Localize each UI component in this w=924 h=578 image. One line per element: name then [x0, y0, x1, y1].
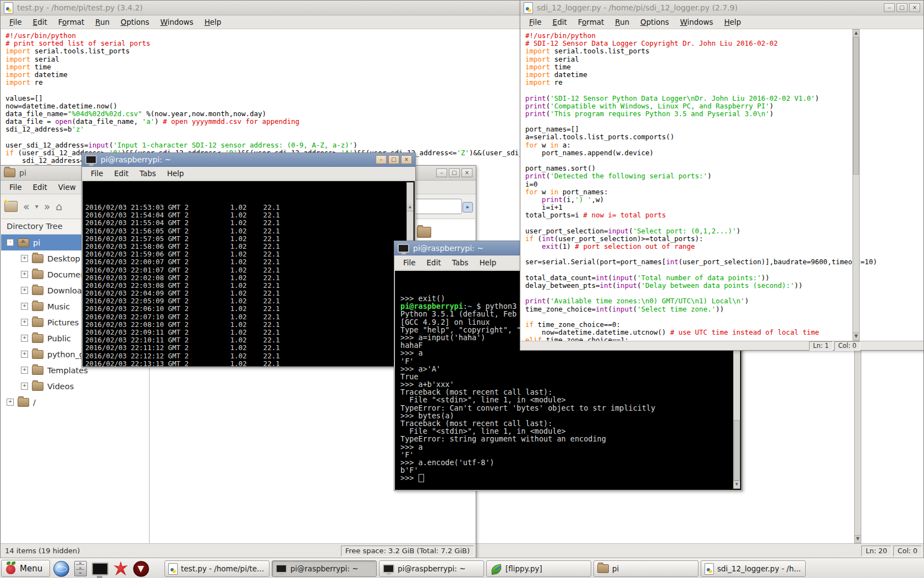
go-button[interactable]: ▸ [463, 202, 473, 212]
menu-run[interactable]: Run [609, 18, 635, 26]
start-menu-button[interactable]: Menu [1, 560, 50, 577]
scroll-up-icon[interactable]: ▲ [853, 30, 859, 37]
expand-icon[interactable]: + [21, 271, 28, 278]
expand-icon[interactable]: + [21, 383, 28, 390]
log-line: 2016/02/03 21:59:06 GMT 2 1.02 22.1 [85, 250, 415, 258]
maximize-button[interactable]: □ [388, 155, 399, 164]
idle-icon [168, 563, 178, 575]
menu-tabs[interactable]: Tabs [447, 258, 474, 267]
taskbar-task-test-py-home-pi-te-[interactable]: test.py - /home/pi/te... [164, 560, 270, 577]
terminal-launcher-icon[interactable] [92, 563, 108, 575]
taskbar-task-pi-raspberrypi-[interactable]: pi@raspberrypi: ~ [379, 560, 484, 577]
menu-help[interactable]: Help [199, 18, 227, 26]
wolfram-launcher-icon[interactable] [133, 561, 149, 577]
code-line: # SDI-12 Sensor Data Logger Copyright Dr… [525, 40, 923, 47]
mathematica-launcher-icon[interactable] [113, 561, 128, 576]
expand-icon[interactable]: + [21, 335, 28, 342]
scroll-down-icon[interactable]: ▼ [734, 481, 740, 488]
scroll-thumb[interactable] [734, 420, 740, 481]
code-line: if time_zone_choice==0: [525, 321, 923, 329]
menu-help[interactable]: Help [474, 258, 502, 267]
file-manager-launcher-icon[interactable] [74, 561, 87, 576]
menu-run[interactable]: Run [90, 18, 115, 26]
minimize-button[interactable]: – [436, 168, 447, 177]
folder-icon [32, 254, 43, 263]
taskbar-task-pi[interactable]: pi [593, 560, 698, 577]
menu-file[interactable]: File [524, 18, 547, 26]
menu-tabs[interactable]: Tabs [134, 169, 162, 178]
file-list-folder-icon[interactable] [417, 227, 431, 238]
menu-format[interactable]: Format [573, 18, 610, 26]
minimize-button[interactable]: – [884, 3, 895, 12]
close-button[interactable]: × [909, 3, 920, 12]
close-button[interactable]: × [401, 155, 412, 164]
code-line: ser=serial.Serial(port=port_names[int(us… [525, 258, 923, 266]
menu-options[interactable]: Options [635, 18, 674, 26]
close-button[interactable]: × [461, 168, 472, 177]
code-line: print('This program requires Python 3.5 … [525, 110, 923, 118]
menu-edit[interactable]: Edit [28, 18, 53, 26]
code-line [525, 313, 923, 321]
terminal-line: 'F' [400, 450, 741, 458]
log-line: 2016/02/03 21:56:05 GMT 2 1.02 22.1 [85, 227, 415, 235]
minimize-button[interactable]: – [376, 155, 387, 164]
titlebar-terminal-log[interactable]: pi@raspberrypi: ~ –□× [82, 153, 415, 167]
code-area-sdi-logger[interactable]: #!/usr/bin/python# SDI-12 Sensor Data Lo… [521, 29, 923, 341]
scroll-thumb[interactable] [853, 37, 859, 175]
editor-vscrollbar[interactable]: ▲ ▼ [853, 29, 860, 341]
taskbar-task-sdi-12-logger-py-h-[interactable]: sdi_12_logger.py - /h... [701, 560, 806, 577]
expand-icon[interactable]: + [21, 367, 28, 374]
menu-edit[interactable]: Edit [421, 258, 447, 267]
collapse-icon[interactable]: - [7, 239, 14, 246]
menu-windows[interactable]: Windows [674, 18, 718, 26]
menu-edit[interactable]: Edit [547, 18, 573, 26]
code-line: total_data_count=int(input('Total number… [525, 274, 923, 282]
taskbar-task--flippy-py-[interactable]: [flippy.py] [486, 560, 591, 577]
tree-item-videos[interactable]: +Videos [1, 378, 149, 394]
menu-edit[interactable]: Edit [28, 183, 53, 192]
quick-launchers [53, 560, 149, 577]
scroll-down-icon[interactable]: ▼ [853, 332, 859, 340]
folder-icon [32, 366, 43, 375]
forward-icon[interactable]: » [44, 201, 51, 212]
expand-icon[interactable]: + [21, 303, 28, 310]
terminal-line: TypeError: string argument without an en… [400, 434, 741, 442]
expand-icon[interactable]: + [21, 287, 28, 294]
terminal-log-screen[interactable]: 2016/02/03 21:53:03 GMT 2 1.02 22.12016/… [82, 181, 415, 367]
menu-file[interactable]: File [4, 183, 28, 192]
folder-icon [32, 302, 43, 311]
expand-icon[interactable]: + [21, 351, 28, 358]
terminal-line: File "<stdin>", line 1, in <module> [400, 395, 741, 403]
taskbar-task-pi-raspberrypi-[interactable]: pi@raspberrypi: ~ [272, 560, 377, 577]
menu-format[interactable]: Format [53, 18, 90, 26]
back-icon[interactable]: « [23, 201, 30, 212]
terminal-line: >>> a.encode('utf-8') [400, 458, 741, 466]
menu-windows[interactable]: Windows [155, 18, 199, 26]
expand-icon[interactable]: + [21, 255, 28, 262]
menu-edit[interactable]: Edit [109, 169, 134, 178]
folder-icon [18, 398, 29, 407]
maximize-button[interactable]: □ [449, 168, 460, 177]
maximize-button[interactable]: □ [897, 3, 908, 12]
scroll-down-icon[interactable]: ▼ [855, 535, 861, 543]
new-tab-icon[interactable] [4, 201, 18, 212]
expand-icon[interactable]: + [7, 399, 14, 406]
web-browser-launcher-icon[interactable] [53, 561, 69, 577]
menu-file[interactable]: File [4, 18, 28, 26]
tree-item-label: Desktop [47, 254, 80, 263]
terminal-line: File "<stdin>", line 1, in <module> [400, 427, 741, 434]
menu-help[interactable]: Help [719, 18, 747, 26]
titlebar-sdi-logger[interactable]: sdi_12_logger.py - /home/pi/sdi_12_logge… [520, 1, 923, 15]
history-dropdown-icon[interactable]: ▾ [35, 201, 38, 212]
menu-file[interactable]: File [85, 169, 109, 178]
tree-item--[interactable]: +/ [1, 394, 149, 410]
log-line: 2016/02/03 22:13:13 GMT 2 1.02 22.1 [85, 360, 415, 367]
log-line: 2016/02/03 22:10:11 GMT 2 1.02 22.1 [85, 336, 415, 344]
menu-file[interactable]: File [398, 258, 421, 267]
menu-help[interactable]: Help [162, 169, 190, 178]
expand-icon[interactable]: + [21, 319, 28, 326]
menu-options[interactable]: Options [115, 18, 155, 26]
home-icon[interactable]: ⌂ [56, 201, 62, 212]
menu-view[interactable]: View [53, 183, 81, 192]
scroll-up-icon[interactable]: ▲ [407, 204, 413, 211]
